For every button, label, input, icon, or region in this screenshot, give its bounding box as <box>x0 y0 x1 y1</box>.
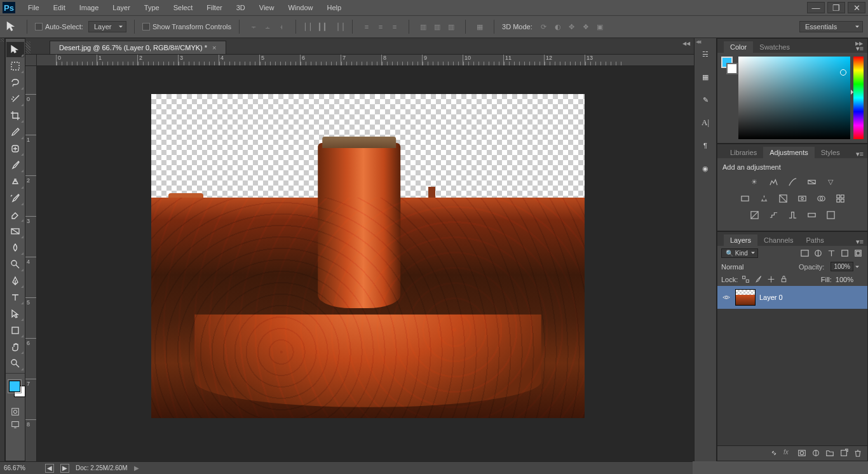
menu-help[interactable]: Help <box>321 2 348 13</box>
selective-color-icon[interactable] <box>825 209 836 220</box>
ruler-origin[interactable] <box>25 55 37 66</box>
filter-smart-icon[interactable] <box>852 248 864 258</box>
menu-3d[interactable]: 3D <box>230 2 252 13</box>
properties-panel-icon[interactable]: ▦ <box>698 70 712 84</box>
quickmask-toggle[interactable] <box>7 406 24 417</box>
color-field[interactable] <box>738 57 850 139</box>
levels-icon[interactable] <box>768 176 779 187</box>
menu-file[interactable]: File <box>22 2 46 13</box>
exposure-icon[interactable] <box>806 176 817 187</box>
horizontal-ruler[interactable]: 012345678910111213 <box>37 55 694 66</box>
paragraph-panel-icon[interactable]: ¶ <box>698 139 712 152</box>
distribute-hcenter-icon[interactable]: ▥ <box>431 20 444 33</box>
canvas[interactable] <box>151 94 585 418</box>
workspace-dropdown[interactable]: Essentials <box>799 21 863 32</box>
distribute-top-icon[interactable]: ≡ <box>360 20 373 33</box>
auto-select-checkbox[interactable]: Auto-Select: <box>35 23 83 30</box>
posterize-icon[interactable] <box>768 209 779 220</box>
align-left-icon[interactable]: ▏▏ <box>304 20 316 33</box>
crop-tool[interactable] <box>6 108 24 123</box>
close-tab-icon[interactable]: × <box>212 44 216 51</box>
align-bottom-icon[interactable]: ⫞ <box>275 20 288 33</box>
hand-tool[interactable] <box>6 339 24 355</box>
menu-edit[interactable]: Edit <box>47 2 72 13</box>
gradient-tool[interactable] <box>6 224 24 239</box>
align-top-icon[interactable]: ⫟ <box>247 20 260 33</box>
menu-type[interactable]: Type <box>138 2 166 13</box>
filter-type-icon[interactable] <box>825 248 837 258</box>
adjustment-layer-icon[interactable] <box>811 449 822 459</box>
lock-pixels-icon[interactable] <box>754 275 763 284</box>
menu-layer[interactable]: Layer <box>106 2 137 13</box>
eyedropper-tool[interactable] <box>6 125 24 140</box>
new-layer-icon[interactable] <box>839 449 850 459</box>
history-panel-icon[interactable]: ☵ <box>698 47 712 61</box>
color-lookup-icon[interactable] <box>834 193 846 204</box>
3d-orbit-icon[interactable]: ⟳ <box>538 20 550 33</box>
blend-mode-dropdown[interactable]: Normal <box>721 263 795 271</box>
distribute-vcenter-icon[interactable]: ≡ <box>374 20 387 33</box>
lock-position-icon[interactable] <box>767 275 776 284</box>
tab-adjustments[interactable]: Adjustments <box>763 147 815 158</box>
menu-image[interactable]: Image <box>73 2 105 13</box>
color-balance-icon[interactable] <box>758 193 770 204</box>
align-hcenter-icon[interactable]: ▎▎ <box>318 20 330 33</box>
auto-align-icon[interactable]: ▦ <box>473 20 486 33</box>
eraser-tool[interactable] <box>6 207 24 222</box>
menu-select[interactable]: Select <box>167 2 200 13</box>
layer-name[interactable]: Layer 0 <box>759 294 783 301</box>
lasso-tool[interactable] <box>6 75 24 90</box>
align-right-icon[interactable]: ▕▕ <box>332 20 344 33</box>
magic-wand-tool[interactable] <box>6 91 24 107</box>
show-transform-checkbox[interactable]: Show Transform Controls <box>142 23 231 30</box>
vibrance-icon[interactable]: ▽ <box>825 176 836 187</box>
tab-paths[interactable]: Paths <box>800 234 831 246</box>
vertical-ruler[interactable]: 012345678 <box>25 55 37 461</box>
menu-window[interactable]: Window <box>281 2 319 13</box>
3d-roll-icon[interactable]: ◐ <box>552 20 564 33</box>
doc-info[interactable]: Doc: 2.25M/2.60M <box>76 464 128 471</box>
path-select-tool[interactable] <box>6 306 24 322</box>
threshold-icon[interactable] <box>787 209 798 220</box>
tab-libraries[interactable]: Libraries <box>724 147 763 158</box>
tab-layers[interactable]: Layers <box>724 234 757 246</box>
zoom-level[interactable]: 66.67% <box>4 464 39 471</box>
color-swatches[interactable] <box>6 379 25 405</box>
menu-filter[interactable]: Filter <box>200 2 228 13</box>
collapse-panels-icon[interactable]: ◀◀ <box>682 41 691 47</box>
status-nav-prev-icon[interactable]: ◀ <box>45 464 54 473</box>
status-nav-next-icon[interactable]: ▶ <box>60 464 69 473</box>
clone-stamp-tool[interactable] <box>6 174 24 189</box>
filter-pixel-icon[interactable] <box>799 248 810 258</box>
distribute-right-icon[interactable]: ▥ <box>445 20 458 33</box>
screen-mode-toggle[interactable] <box>7 419 24 430</box>
healing-brush-tool[interactable] <box>6 141 24 156</box>
navigator-panel-icon[interactable]: ◉ <box>698 161 712 175</box>
layer-thumbnail[interactable] <box>735 289 756 306</box>
auto-select-target-dropdown[interactable]: Layer <box>88 21 126 32</box>
channel-mixer-icon[interactable] <box>815 193 827 204</box>
align-vcenter-icon[interactable]: ⫠ <box>261 20 274 33</box>
foreground-color[interactable] <box>9 381 20 392</box>
distribute-left-icon[interactable]: ▥ <box>417 20 430 33</box>
3d-pan-icon[interactable]: ✥ <box>566 20 578 33</box>
brush-tool[interactable] <box>6 158 24 173</box>
zoom-tool[interactable] <box>6 356 24 371</box>
3d-scale-icon[interactable]: ▣ <box>593 20 606 33</box>
pen-tool[interactable] <box>6 273 24 288</box>
brush-panel-icon[interactable]: ✎ <box>698 93 712 107</box>
tab-styles[interactable]: Styles <box>815 147 846 158</box>
adjustments-panel-menu-icon[interactable]: ▾≡ <box>852 150 867 158</box>
character-panel-icon[interactable]: A| <box>698 116 712 130</box>
layer-group-icon[interactable] <box>825 449 836 459</box>
color-panel-bg[interactable] <box>726 63 738 74</box>
layer-filter-dropdown[interactable]: 🔍 Kind <box>721 248 758 258</box>
filter-adjust-icon[interactable] <box>812 248 824 258</box>
curves-icon[interactable] <box>787 176 798 187</box>
menu-view[interactable]: View <box>253 2 281 13</box>
fill-value[interactable]: 100% <box>836 276 853 283</box>
filter-shape-icon[interactable] <box>839 248 850 258</box>
layer-row[interactable]: Layer 0 <box>717 286 867 309</box>
gradient-map-icon[interactable] <box>806 209 817 220</box>
delete-layer-icon[interactable] <box>853 449 864 459</box>
